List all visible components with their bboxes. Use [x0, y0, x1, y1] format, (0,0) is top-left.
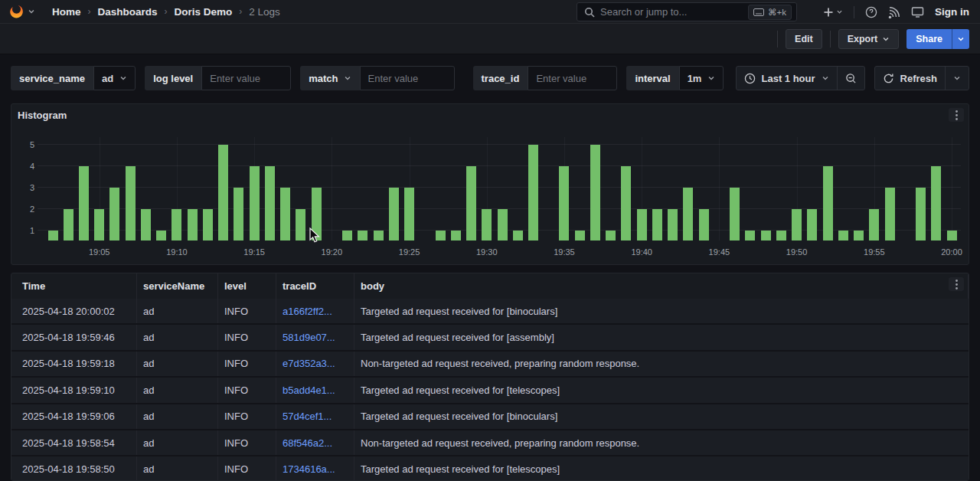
table-cell-time: 2025-04-18 19:58:54: [11, 430, 137, 455]
match-select[interactable]: match: [300, 66, 359, 90]
keyboard-icon: [753, 8, 764, 16]
histogram-plot: 19:0519:1019:1519:2019:2519:3019:3519:40…: [38, 137, 961, 240]
column-header-level[interactable]: level: [218, 273, 276, 299]
histogram-bar: [854, 231, 864, 240]
histogram-bar: [730, 188, 740, 240]
toolbar-divider: [777, 31, 778, 47]
column-header-servicename[interactable]: serviceName: [137, 273, 218, 299]
org-switcher-chevron-icon[interactable]: [28, 8, 35, 15]
histogram-bar: [466, 166, 476, 240]
histogram-bar: [761, 231, 771, 240]
export-button[interactable]: Export: [838, 29, 900, 49]
refresh-button[interactable]: Refresh: [875, 67, 945, 90]
news-icon[interactable]: [888, 6, 900, 18]
table-row: 2025-04-18 19:59:46adINFO581d9e07...Targ…: [11, 325, 969, 351]
search-icon: [584, 7, 595, 18]
clock-icon: [744, 73, 756, 84]
interval-label: interval: [626, 66, 678, 90]
share-menu-button[interactable]: [952, 29, 969, 49]
histogram-bar: [404, 188, 414, 240]
table-cell-body: Targeted ad request received for [binocu…: [354, 299, 969, 323]
histogram-bar: [606, 231, 616, 240]
histogram-bar: [296, 209, 305, 240]
x-axis-tick-label: 19:55: [864, 247, 885, 257]
histogram-bar: [280, 188, 290, 240]
monitor-icon[interactable]: [911, 6, 924, 18]
table-cell-body: Targeted ad request received for [binocu…: [354, 404, 969, 429]
trace-id-input[interactable]: [528, 66, 617, 90]
table-cell-traceid: 581d9e07...: [276, 325, 354, 349]
x-axis-tick-label: 19:45: [709, 247, 730, 257]
log-level-input[interactable]: [201, 66, 291, 90]
histogram-bar: [265, 166, 275, 240]
column-header-body[interactable]: body: [354, 273, 969, 299]
share-button[interactable]: Share: [906, 29, 952, 49]
sign-in-button[interactable]: Sign in: [935, 6, 969, 18]
x-axis-tick-label: 19:10: [166, 247, 188, 257]
histogram-bar: [745, 231, 755, 240]
service-name-select[interactable]: ad: [93, 66, 136, 90]
zoom-out-time-button[interactable]: [838, 67, 864, 90]
share-split-button: Share: [906, 29, 969, 49]
match-input[interactable]: [360, 66, 455, 90]
histogram-bar: [342, 231, 352, 240]
search-bar[interactable]: ⌘+k: [577, 2, 797, 21]
dashboard-toolbar: Edit Export Share: [0, 24, 980, 54]
histogram-bar: [358, 231, 368, 240]
trace-id-link[interactable]: 68f546a2...: [283, 437, 332, 449]
top-nav: Home›Dashboards›Doris Demo›2 Logs ⌘+k Si…: [0, 0, 980, 24]
search-input[interactable]: [600, 6, 748, 18]
breadcrumb: Home›Dashboards›Doris Demo›2 Logs: [52, 6, 280, 18]
trace-id-link[interactable]: 57d4cef1...: [283, 411, 332, 422]
table-cell-servicename: ad: [137, 352, 218, 376]
histogram-bar: [312, 188, 322, 240]
refresh-interval-button[interactable]: [946, 67, 969, 90]
histogram-bar: [389, 188, 399, 240]
table-cell-time: 2025-04-18 20:00:02: [11, 299, 137, 323]
match-label: match: [309, 73, 338, 84]
nav-actions: Sign in: [823, 0, 980, 24]
histogram-bar: [374, 231, 384, 240]
table-cell-traceid: 1734616a...: [276, 456, 354, 481]
table-cell-body: Targeted ad request received for [telesc…: [354, 378, 969, 402]
trace-id-link[interactable]: a166f2ff2...: [283, 306, 332, 317]
panel-menu-icon[interactable]: [949, 108, 964, 122]
time-range-picker[interactable]: Last 1 hour: [737, 67, 837, 90]
trace-id-link[interactable]: 1734616a...: [283, 463, 335, 475]
table-row: 2025-04-18 20:00:02adINFOa166f2ff2...Tar…: [11, 299, 969, 325]
histogram-bar: [48, 231, 58, 240]
breadcrumb-separator-icon: ›: [239, 6, 242, 17]
breadcrumb-item-doris-demo[interactable]: Doris Demo: [175, 6, 233, 18]
edit-button[interactable]: Edit: [786, 29, 822, 49]
x-axis-tick-label: 19:15: [243, 247, 265, 257]
histogram-bar: [64, 209, 74, 240]
interval-select[interactable]: 1m: [679, 66, 724, 90]
histogram-panel: Histogram 12345 19:0519:1019:1519:2019:2…: [11, 103, 969, 265]
table-cell-level: INFO: [218, 404, 276, 429]
service-name-value: ad: [102, 73, 113, 84]
histogram-bar: [188, 209, 198, 240]
breadcrumb-item-dashboards[interactable]: Dashboards: [98, 6, 158, 18]
histogram-bar: [559, 166, 569, 240]
histogram-bar: [94, 209, 104, 240]
column-header-time[interactable]: Time: [11, 273, 137, 299]
histogram-y-axis: 12345: [19, 137, 34, 240]
refresh-picker-group: Refresh: [874, 66, 969, 90]
chevron-down-icon: [953, 74, 961, 82]
y-axis-tick-label: 5: [30, 140, 34, 149]
histogram-bar: [683, 188, 693, 240]
breadcrumb-item-home[interactable]: Home: [52, 6, 81, 18]
filter-log-level: log level: [145, 66, 291, 90]
grafana-logo-icon[interactable]: [8, 4, 24, 20]
new-menu-button[interactable]: [823, 7, 843, 18]
trace-id-link[interactable]: b5add4e1...: [283, 384, 335, 396]
table-row: 2025-04-18 19:59:18adINFOe7d352a3...Non-…: [11, 352, 969, 378]
grafana-dashboard: { "topnav": { "breadcrumbs": [ {"label":…: [0, 0, 980, 481]
filter-interval: interval 1m: [626, 66, 724, 90]
help-icon[interactable]: [865, 6, 877, 18]
trace-id-link[interactable]: e7d352a3...: [283, 358, 335, 369]
trace-id-link[interactable]: 581d9e07...: [283, 332, 335, 343]
column-header-traceid[interactable]: traceID: [276, 273, 354, 299]
logs-table: TimeserviceNameleveltraceIDbody 2025-04-…: [11, 273, 969, 481]
histogram-bar: [652, 209, 662, 240]
